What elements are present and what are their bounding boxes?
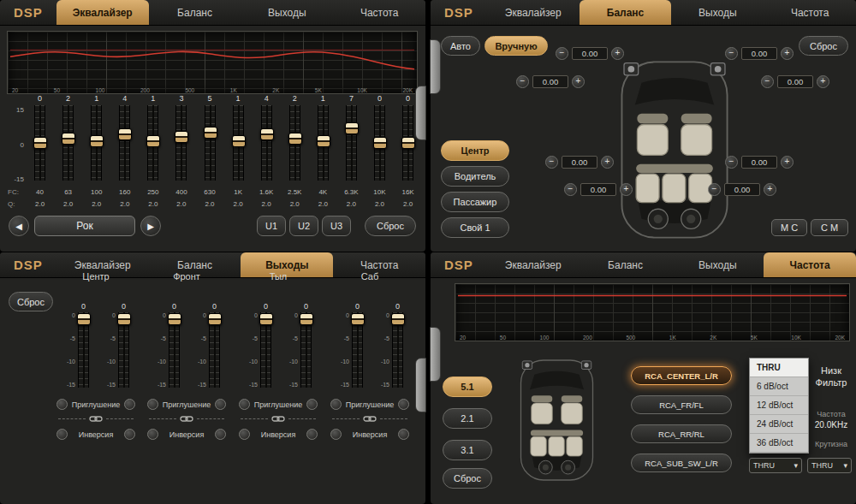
invert-left-toggle[interactable]: [239, 429, 250, 440]
minus-button[interactable]: −: [564, 183, 577, 196]
outputs-reset-button[interactable]: Сброс: [9, 292, 53, 311]
eq-slider-handle[interactable]: [204, 127, 217, 139]
mute-right-toggle[interactable]: [124, 399, 135, 410]
eq-band-slider[interactable]: [175, 105, 187, 181]
preset-prev-button[interactable]: ◀: [9, 216, 29, 236]
mute-right-toggle[interactable]: [215, 399, 226, 410]
tab-frequency[interactable]: Частота: [333, 0, 425, 25]
invert-right-toggle[interactable]: [306, 429, 318, 440]
output-slider[interactable]: [300, 312, 312, 388]
eq-band-slider[interactable]: [91, 105, 102, 181]
cm-button[interactable]: C M: [811, 219, 848, 236]
mode-51-button[interactable]: 5.1: [443, 377, 492, 397]
mc-button[interactable]: M C: [771, 219, 807, 236]
plus-button[interactable]: +: [781, 156, 794, 169]
slope-option[interactable]: 12 dB/oct: [750, 396, 808, 415]
mode-21-button[interactable]: 2.1: [443, 408, 492, 429]
preset-display[interactable]: Рок: [34, 216, 135, 236]
eq-band-slider[interactable]: [374, 105, 385, 181]
position-passenger-button[interactable]: Пассажир: [441, 192, 509, 212]
eq-slider-handle[interactable]: [62, 133, 75, 145]
minus-button[interactable]: −: [708, 183, 721, 196]
minus-button[interactable]: −: [545, 156, 558, 169]
frequency-reset-button[interactable]: Сброс: [443, 468, 492, 489]
plus-button[interactable]: +: [572, 75, 585, 88]
hp-slope-select[interactable]: THRU ▾: [749, 458, 802, 473]
position-center-button[interactable]: Центр: [441, 140, 509, 161]
tab-outputs[interactable]: Выходы: [671, 252, 764, 277]
slope-option[interactable]: 24 dB/oct: [750, 415, 808, 434]
plus-button[interactable]: +: [620, 183, 633, 196]
output-slider-handle[interactable]: [77, 313, 91, 325]
eq-band-slider[interactable]: [289, 105, 300, 181]
output-slider-handle[interactable]: [300, 313, 313, 325]
eq-reset-button[interactable]: Сброс: [365, 216, 416, 236]
tab-frequency[interactable]: Частота: [764, 0, 856, 25]
manual-button[interactable]: Вручную: [484, 36, 548, 56]
minus-button[interactable]: −: [725, 156, 738, 169]
tab-balance[interactable]: Баланс: [580, 0, 672, 25]
slope-option[interactable]: 36 dB/oct: [750, 434, 808, 453]
eq-slider-handle[interactable]: [175, 131, 188, 143]
output-slider[interactable]: [260, 312, 271, 388]
tab-equalizer[interactable]: Эквалайзер: [56, 0, 149, 25]
plus-button[interactable]: +: [781, 47, 794, 60]
position-driver-button[interactable]: Водитель: [441, 166, 509, 187]
mute-right-toggle[interactable]: [306, 399, 318, 410]
eq-band-slider[interactable]: [261, 105, 272, 181]
tab-balance[interactable]: Баланс: [580, 252, 672, 277]
eq-band-slider[interactable]: [233, 105, 244, 181]
eq-slider-handle[interactable]: [345, 122, 359, 134]
invert-left-toggle[interactable]: [147, 429, 158, 440]
tab-equalizer[interactable]: Эквалайзер: [487, 252, 580, 277]
eq-band-slider[interactable]: [318, 105, 329, 181]
plus-button[interactable]: +: [601, 156, 614, 169]
invert-right-toggle[interactable]: [215, 429, 226, 440]
side-handle[interactable]: [415, 86, 426, 140]
slope-option[interactable]: THRU: [750, 359, 808, 377]
invert-right-toggle[interactable]: [398, 429, 409, 440]
invert-left-toggle[interactable]: [56, 429, 68, 440]
eq-slider-handle[interactable]: [118, 128, 132, 140]
channel-rca-front-button[interactable]: RCA_FR/FL: [631, 395, 732, 414]
eq-band-slider[interactable]: [34, 105, 45, 181]
mute-left-toggle[interactable]: [330, 399, 342, 410]
output-slider-handle[interactable]: [168, 313, 181, 325]
balance-reset-button[interactable]: Сброс: [799, 36, 848, 56]
position-custom-button[interactable]: Свой 1: [441, 217, 509, 238]
side-handle[interactable]: [430, 327, 441, 382]
output-slider[interactable]: [209, 312, 220, 388]
minus-button[interactable]: −: [516, 75, 529, 88]
output-slider[interactable]: [118, 312, 129, 388]
side-handle[interactable]: [415, 358, 426, 412]
output-slider[interactable]: [169, 312, 180, 388]
tab-equalizer[interactable]: Эквалайзер: [487, 0, 580, 25]
eq-slider-handle[interactable]: [288, 133, 302, 145]
eq-band-slider[interactable]: [346, 105, 357, 181]
mute-left-toggle[interactable]: [147, 399, 158, 410]
user-preset-2-button[interactable]: U2: [289, 216, 318, 236]
output-slider-handle[interactable]: [117, 313, 131, 325]
output-slider[interactable]: [78, 312, 89, 388]
eq-slider-handle[interactable]: [260, 128, 274, 140]
side-handle[interactable]: [430, 39, 441, 94]
minus-button[interactable]: −: [725, 47, 738, 60]
channel-rca-center-button[interactable]: RCA_CENTER_L/R: [631, 366, 732, 385]
link-icon[interactable]: [363, 414, 377, 424]
tab-outputs[interactable]: Выходы: [241, 0, 333, 25]
eq-band-slider[interactable]: [402, 105, 413, 181]
preset-next-button[interactable]: ▶: [140, 216, 161, 236]
eq-slider-handle[interactable]: [146, 135, 160, 147]
slope-option[interactable]: 6 dB/oct: [750, 377, 808, 396]
output-slider[interactable]: [392, 312, 403, 388]
tab-outputs[interactable]: Выходы: [671, 0, 764, 25]
tab-frequency[interactable]: Частота: [764, 252, 856, 277]
eq-slider-handle[interactable]: [317, 135, 330, 147]
plus-button[interactable]: +: [817, 75, 829, 88]
eq-slider-handle[interactable]: [401, 137, 415, 149]
eq-slider-handle[interactable]: [232, 135, 246, 147]
eq-band-slider[interactable]: [62, 105, 74, 181]
mode-31-button[interactable]: 3.1: [443, 440, 492, 460]
auto-button[interactable]: Авто: [441, 36, 480, 56]
plus-button[interactable]: +: [764, 183, 776, 196]
